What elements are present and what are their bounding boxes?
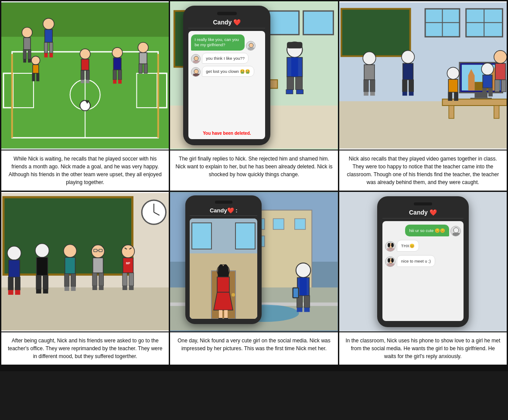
svg-point-65 (194, 56, 198, 61)
svg-rect-105 (454, 92, 458, 101)
svg-point-106 (481, 63, 494, 75)
svg-rect-25 (44, 53, 48, 58)
svg-rect-92 (364, 80, 368, 92)
svg-point-180 (232, 293, 235, 297)
svg-rect-71 (341, 9, 410, 56)
scene2-caption: The girl finally replies to Nick. She re… (170, 150, 338, 191)
phone6-notch (414, 202, 432, 205)
svg-rect-42 (118, 80, 122, 84)
svg-point-96 (402, 51, 415, 64)
svg-rect-137 (71, 287, 76, 291)
svg-rect-59 (287, 77, 294, 90)
svg-rect-130 (36, 289, 41, 294)
svg-rect-174 (304, 307, 310, 312)
svg-rect-66 (193, 61, 199, 64)
svg-rect-188 (219, 310, 222, 318)
phone-notch (217, 12, 237, 15)
svg-point-67 (194, 69, 198, 74)
svg-rect-154 (123, 286, 127, 290)
chat6-row-3: nice to meet u ;) (385, 255, 461, 267)
svg-rect-107 (483, 75, 492, 88)
svg-point-110 (494, 51, 507, 64)
svg-rect-122 (8, 277, 14, 290)
cell-scene6: Candy ❤️ hiii ur so cute 😊😊 (339, 192, 507, 365)
svg-rect-191 (224, 318, 228, 319)
svg-rect-104 (448, 92, 452, 101)
svg-point-102 (447, 67, 459, 79)
svg-rect-28 (33, 65, 39, 73)
svg-rect-162 (295, 219, 306, 229)
svg-rect-61 (286, 90, 293, 94)
svg-rect-60 (296, 77, 303, 90)
cell-scene2: Candy ❤️ I really like you, can you be m… (170, 1, 338, 191)
svg-rect-134 (65, 274, 69, 287)
bubble-2: you think I like you?? (202, 53, 249, 64)
svg-rect-97 (403, 63, 413, 79)
svg-rect-172 (304, 296, 310, 308)
scene3-caption: Nick also recalls that they played video… (339, 150, 507, 191)
cell-scene5: Candy❤️ : (170, 192, 338, 365)
phone-title: Candy ❤️ (188, 19, 265, 28)
scene5-image: Candy❤️ : (170, 192, 338, 331)
svg-rect-94 (364, 92, 368, 96)
phone6-overlay: Candy ❤️ hiii ur so cute 😊😊 (377, 196, 469, 327)
svg-rect-202 (387, 263, 394, 267)
svg-rect-170 (300, 277, 307, 295)
svg-rect-124 (8, 290, 14, 295)
phone5-notch (215, 201, 232, 204)
svg-rect-112 (494, 80, 499, 92)
svg-rect-20 (28, 59, 31, 63)
cell-scene4: MF After being caught, Nick and his frie… (1, 192, 169, 365)
svg-rect-136 (65, 287, 69, 291)
phone6-chat: hiii ur so cute 😊😊 THX😊 (382, 221, 464, 321)
svg-rect-19 (23, 59, 26, 63)
svg-rect-99 (409, 80, 413, 92)
svg-rect-103 (448, 79, 458, 92)
svg-rect-113 (501, 80, 506, 92)
svg-rect-33 (81, 70, 84, 80)
svg-rect-41 (113, 80, 116, 84)
svg-rect-34 (86, 70, 89, 80)
svg-rect-142 (93, 258, 103, 273)
svg-point-126 (35, 244, 49, 258)
svg-rect-121 (9, 260, 20, 277)
svg-rect-22 (45, 30, 53, 43)
svg-point-13 (80, 100, 90, 111)
scene1-image (1, 1, 169, 150)
svg-point-43 (138, 42, 148, 53)
svg-point-193 (453, 228, 459, 233)
svg-rect-17 (23, 50, 26, 59)
phone5-screen (190, 219, 257, 319)
svg-rect-93 (370, 80, 375, 92)
svg-point-147 (122, 245, 135, 258)
svg-rect-146 (99, 286, 104, 290)
svg-rect-176 (293, 288, 298, 297)
svg-rect-24 (49, 42, 53, 53)
svg-rect-45 (139, 64, 142, 73)
svg-rect-80 (468, 75, 474, 90)
phone6-title: Candy ❤️ (382, 209, 464, 219)
svg-rect-64 (248, 48, 254, 51)
avatar-2 (191, 54, 201, 64)
svg-point-21 (43, 18, 55, 30)
chat6-row-2: THX😊 (385, 240, 461, 252)
avatar-1 (246, 41, 256, 51)
chat-row-1: I really like you, can you be my girlfri… (191, 34, 263, 51)
svg-rect-186 (217, 277, 229, 292)
svg-rect-108 (482, 88, 487, 97)
svg-rect-182 (235, 223, 255, 249)
scene2-image: Candy ❤️ I really like you, can you be m… (170, 1, 338, 150)
svg-rect-91 (364, 65, 375, 79)
svg-rect-35 (81, 80, 84, 83)
svg-point-27 (31, 56, 40, 65)
svg-rect-70 (339, 101, 507, 148)
svg-rect-109 (488, 88, 493, 97)
svg-rect-26 (49, 53, 53, 58)
scene6-image: Candy ❤️ hiii ur so cute 😊😊 (339, 192, 507, 331)
svg-rect-68 (193, 74, 199, 77)
svg-rect-131 (43, 289, 48, 294)
svg-rect-194 (453, 233, 460, 236)
svg-rect-161 (273, 219, 284, 229)
svg-rect-44 (139, 53, 147, 64)
svg-point-37 (112, 48, 123, 58)
